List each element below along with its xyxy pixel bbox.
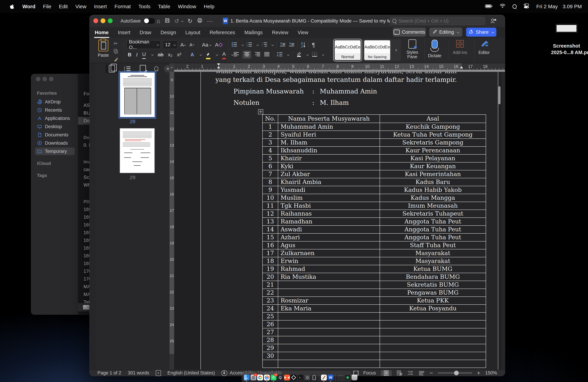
close-button[interactable] xyxy=(93,18,98,23)
align-left-button[interactable] xyxy=(233,52,239,57)
cell-name[interactable]: Kyki xyxy=(278,162,380,170)
grow-font-button[interactable]: A xyxy=(180,41,186,49)
finder-zoom-button[interactable] xyxy=(49,77,53,81)
cell-name[interactable] xyxy=(278,313,380,320)
dock-whatsapp-icon[interactable]: ✆12 xyxy=(271,375,276,381)
cell-no[interactable]: 11 xyxy=(263,202,278,210)
cell-name[interactable]: Khairil Ambia xyxy=(278,178,380,186)
cell-name[interactable]: Muhammad Amin xyxy=(278,123,380,131)
menubar-clock[interactable]: 3.09 PM xyxy=(563,4,582,9)
align-center-button[interactable] xyxy=(243,51,251,58)
cell-no[interactable]: 24 xyxy=(263,305,278,312)
field-label[interactable]: Pimpinan Musawarah xyxy=(233,88,304,95)
language-indicator[interactable]: English (United States) xyxy=(168,370,215,376)
cell-no[interactable]: 17 xyxy=(263,249,278,257)
cell-name[interactable] xyxy=(278,321,380,328)
editing-mode-button[interactable]: Editing xyxy=(429,28,462,37)
finder-close-button[interactable] xyxy=(36,77,41,81)
cell-name[interactable] xyxy=(278,289,380,296)
sort-button[interactable]: AZ xyxy=(301,41,306,49)
vertical-scrollbar[interactable] xyxy=(498,86,501,104)
apple-menu-icon[interactable] xyxy=(9,3,15,10)
desktop-screenshot-file[interactable]: Screenshot 2025-0...8 AM.png xyxy=(551,24,582,56)
cell-asal[interactable]: Kasi Pelayanan xyxy=(380,154,486,162)
text-effects-chevron-icon[interactable] xyxy=(200,54,202,56)
cell-asal[interactable]: Ketua BUMG xyxy=(380,265,486,273)
zoom-slider-thumb[interactable] xyxy=(454,371,459,375)
cell-asal[interactable]: Anggota Tuha Peut xyxy=(380,226,486,233)
share-profile-icon[interactable] xyxy=(490,18,497,25)
cell-no[interactable] xyxy=(263,360,278,368)
hanging-indent-marker[interactable] xyxy=(217,66,220,68)
page-thumbnail-28[interactable] xyxy=(120,72,155,117)
cell-name[interactable]: Ramadhan xyxy=(278,218,380,225)
search-box[interactable] xyxy=(390,17,485,25)
ribbon-tab[interactable]: Mailings xyxy=(244,30,263,35)
borders-button[interactable] xyxy=(312,52,317,57)
menubar-item[interactable]: Format xyxy=(114,4,131,9)
sidebar-item-downloads[interactable]: Downloads xyxy=(35,139,75,147)
sidebar-item-recents[interactable]: Recents xyxy=(35,106,75,114)
ribbon-tab[interactable]: Home xyxy=(94,30,109,35)
menubar-item[interactable]: Table xyxy=(158,4,170,9)
dock-keyboard-app-icon[interactable] xyxy=(304,375,310,381)
cell-asal[interactable] xyxy=(380,336,486,344)
cell-asal[interactable] xyxy=(380,313,486,320)
cell-name[interactable]: Zul Akbar xyxy=(278,170,380,178)
undo-chevron-icon[interactable] xyxy=(181,20,184,22)
dock-iphone-mirroring-icon[interactable] xyxy=(311,375,317,381)
cell-no[interactable]: 26 xyxy=(263,321,278,328)
print-layout-view-button[interactable] xyxy=(381,370,392,376)
column-header[interactable]: Asal xyxy=(380,115,486,123)
tab-outline[interactable] xyxy=(121,64,134,73)
cell-name[interactable]: Azhari xyxy=(278,234,380,241)
shrink-font-button[interactable]: A xyxy=(189,41,194,49)
dock-word-icon[interactable]: W xyxy=(328,375,334,381)
cell-no[interactable]: 30 xyxy=(263,352,278,360)
cell-name[interactable]: Yusmadi xyxy=(278,186,380,194)
dock-textedit-icon[interactable] xyxy=(321,375,327,381)
cell-no[interactable]: 13 xyxy=(263,218,278,225)
cell-no[interactable]: 27 xyxy=(263,328,278,336)
strikethrough-button[interactable]: ab xyxy=(158,51,163,58)
cell-name[interactable]: Syaiful Heri xyxy=(278,131,380,138)
outline-view-button[interactable] xyxy=(407,370,414,376)
cell-name[interactable] xyxy=(278,352,380,360)
word-count[interactable]: 301 words xyxy=(128,370,149,376)
page-indicator[interactable]: Page 1 of 2 xyxy=(98,370,121,376)
field-label[interactable]: Notulen xyxy=(233,99,259,106)
save-icon[interactable] xyxy=(165,18,170,24)
highlight-chevron-icon[interactable] xyxy=(216,54,218,56)
zoom-level[interactable]: 150% xyxy=(485,370,497,376)
dock-capcut-icon[interactable] xyxy=(291,375,296,381)
cell-name[interactable] xyxy=(278,360,380,368)
line-spacing-button[interactable] xyxy=(277,52,283,57)
zoom-out-button[interactable]: − xyxy=(429,370,433,376)
decrease-indent-button[interactable] xyxy=(280,42,286,48)
cell-asal[interactable]: Kaur Keuangan xyxy=(380,162,486,170)
menubar-item[interactable]: File xyxy=(43,4,51,9)
finder-minimize-button[interactable] xyxy=(42,77,47,81)
underline-button[interactable]: U xyxy=(142,50,146,59)
battery-icon[interactable] xyxy=(485,4,493,9)
cell-asal[interactable] xyxy=(380,344,486,352)
cell-name[interactable]: Rahmad xyxy=(278,265,380,273)
shading-chevron-icon[interactable] xyxy=(306,54,309,56)
cell-name[interactable] xyxy=(278,336,380,344)
cell-asal[interactable]: Sekretaris Gampong xyxy=(380,139,486,146)
sidebar-item-temporary[interactable]: Temporary xyxy=(35,148,75,155)
web-layout-view-button[interactable] xyxy=(397,370,403,376)
draft-view-button[interactable] xyxy=(419,370,425,376)
spellcheck-icon[interactable]: x xyxy=(156,370,161,376)
print-icon[interactable] xyxy=(197,18,203,24)
format-painter-icon[interactable] xyxy=(114,57,118,63)
right-indent-marker[interactable] xyxy=(460,66,463,68)
zoom-button[interactable] xyxy=(108,18,113,23)
increase-indent-button[interactable] xyxy=(289,42,294,48)
zoom-slider[interactable] xyxy=(438,373,472,373)
cell-no[interactable]: 9 xyxy=(263,186,278,194)
page-number-label[interactable]: 29 xyxy=(96,174,169,180)
field-value[interactable]: Muhammad Amin xyxy=(320,88,377,95)
field-value[interactable]: M. Ilham xyxy=(320,99,349,106)
cell-asal[interactable]: Pengawas BUMG xyxy=(380,289,486,296)
